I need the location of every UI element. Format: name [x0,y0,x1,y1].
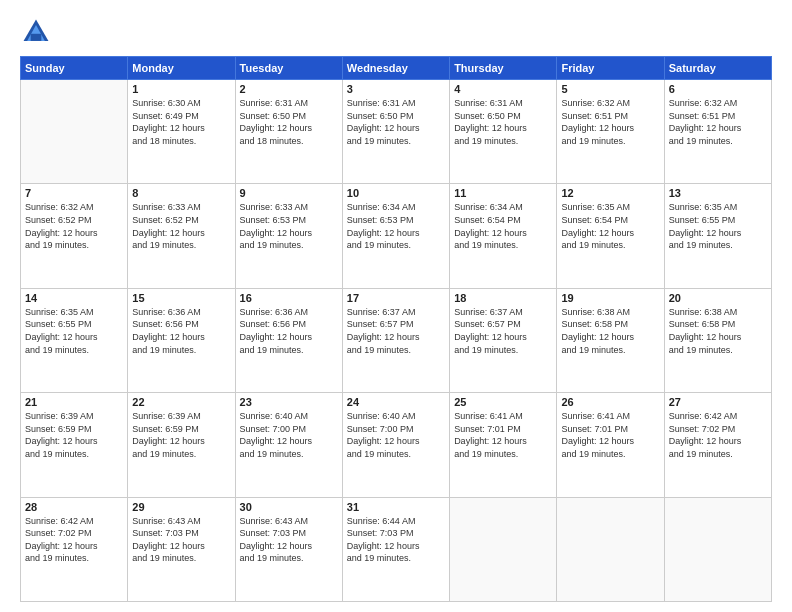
day-info: Sunrise: 6:34 AM Sunset: 6:54 PM Dayligh… [454,201,552,251]
calendar-header-row: SundayMondayTuesdayWednesdayThursdayFrid… [21,57,772,80]
calendar-week-row: 14Sunrise: 6:35 AM Sunset: 6:55 PM Dayli… [21,288,772,392]
calendar-cell: 13Sunrise: 6:35 AM Sunset: 6:55 PM Dayli… [664,184,771,288]
calendar-cell: 15Sunrise: 6:36 AM Sunset: 6:56 PM Dayli… [128,288,235,392]
calendar-cell: 9Sunrise: 6:33 AM Sunset: 6:53 PM Daylig… [235,184,342,288]
header [20,16,772,48]
day-number: 10 [347,187,445,199]
calendar-cell: 27Sunrise: 6:42 AM Sunset: 7:02 PM Dayli… [664,393,771,497]
day-number: 24 [347,396,445,408]
calendar-cell: 18Sunrise: 6:37 AM Sunset: 6:57 PM Dayli… [450,288,557,392]
day-number: 31 [347,501,445,513]
calendar-cell: 3Sunrise: 6:31 AM Sunset: 6:50 PM Daylig… [342,80,449,184]
logo-icon [20,16,52,48]
calendar-table: SundayMondayTuesdayWednesdayThursdayFrid… [20,56,772,602]
calendar-cell: 1Sunrise: 6:30 AM Sunset: 6:49 PM Daylig… [128,80,235,184]
day-number: 12 [561,187,659,199]
day-number: 21 [25,396,123,408]
day-number: 8 [132,187,230,199]
day-number: 30 [240,501,338,513]
day-number: 6 [669,83,767,95]
day-info: Sunrise: 6:39 AM Sunset: 6:59 PM Dayligh… [132,410,230,460]
calendar-cell: 24Sunrise: 6:40 AM Sunset: 7:00 PM Dayli… [342,393,449,497]
calendar-cell [557,497,664,601]
day-info: Sunrise: 6:38 AM Sunset: 6:58 PM Dayligh… [669,306,767,356]
day-number: 2 [240,83,338,95]
day-info: Sunrise: 6:43 AM Sunset: 7:03 PM Dayligh… [132,515,230,565]
day-number: 29 [132,501,230,513]
calendar-week-row: 28Sunrise: 6:42 AM Sunset: 7:02 PM Dayli… [21,497,772,601]
day-info: Sunrise: 6:37 AM Sunset: 6:57 PM Dayligh… [347,306,445,356]
day-info: Sunrise: 6:43 AM Sunset: 7:03 PM Dayligh… [240,515,338,565]
calendar-header-sunday: Sunday [21,57,128,80]
day-info: Sunrise: 6:33 AM Sunset: 6:53 PM Dayligh… [240,201,338,251]
day-info: Sunrise: 6:31 AM Sunset: 6:50 PM Dayligh… [454,97,552,147]
day-info: Sunrise: 6:35 AM Sunset: 6:55 PM Dayligh… [25,306,123,356]
day-info: Sunrise: 6:36 AM Sunset: 6:56 PM Dayligh… [132,306,230,356]
day-number: 13 [669,187,767,199]
day-info: Sunrise: 6:42 AM Sunset: 7:02 PM Dayligh… [25,515,123,565]
day-info: Sunrise: 6:32 AM Sunset: 6:52 PM Dayligh… [25,201,123,251]
day-info: Sunrise: 6:40 AM Sunset: 7:00 PM Dayligh… [347,410,445,460]
day-info: Sunrise: 6:33 AM Sunset: 6:52 PM Dayligh… [132,201,230,251]
calendar-header-saturday: Saturday [664,57,771,80]
day-info: Sunrise: 6:35 AM Sunset: 6:54 PM Dayligh… [561,201,659,251]
day-info: Sunrise: 6:42 AM Sunset: 7:02 PM Dayligh… [669,410,767,460]
day-info: Sunrise: 6:41 AM Sunset: 7:01 PM Dayligh… [454,410,552,460]
calendar-cell: 23Sunrise: 6:40 AM Sunset: 7:00 PM Dayli… [235,393,342,497]
day-info: Sunrise: 6:32 AM Sunset: 6:51 PM Dayligh… [561,97,659,147]
calendar-cell [450,497,557,601]
day-number: 7 [25,187,123,199]
calendar-cell: 29Sunrise: 6:43 AM Sunset: 7:03 PM Dayli… [128,497,235,601]
calendar-cell: 2Sunrise: 6:31 AM Sunset: 6:50 PM Daylig… [235,80,342,184]
day-info: Sunrise: 6:31 AM Sunset: 6:50 PM Dayligh… [347,97,445,147]
calendar-week-row: 1Sunrise: 6:30 AM Sunset: 6:49 PM Daylig… [21,80,772,184]
calendar-week-row: 7Sunrise: 6:32 AM Sunset: 6:52 PM Daylig… [21,184,772,288]
calendar-cell: 4Sunrise: 6:31 AM Sunset: 6:50 PM Daylig… [450,80,557,184]
calendar-cell: 7Sunrise: 6:32 AM Sunset: 6:52 PM Daylig… [21,184,128,288]
day-number: 4 [454,83,552,95]
svg-rect-2 [31,34,42,41]
calendar-cell [21,80,128,184]
calendar-cell: 25Sunrise: 6:41 AM Sunset: 7:01 PM Dayli… [450,393,557,497]
day-info: Sunrise: 6:36 AM Sunset: 6:56 PM Dayligh… [240,306,338,356]
day-number: 19 [561,292,659,304]
logo [20,16,56,48]
calendar-cell: 12Sunrise: 6:35 AM Sunset: 6:54 PM Dayli… [557,184,664,288]
day-number: 28 [25,501,123,513]
day-info: Sunrise: 6:31 AM Sunset: 6:50 PM Dayligh… [240,97,338,147]
day-number: 18 [454,292,552,304]
calendar-cell: 11Sunrise: 6:34 AM Sunset: 6:54 PM Dayli… [450,184,557,288]
calendar-cell: 28Sunrise: 6:42 AM Sunset: 7:02 PM Dayli… [21,497,128,601]
calendar-week-row: 21Sunrise: 6:39 AM Sunset: 6:59 PM Dayli… [21,393,772,497]
day-number: 15 [132,292,230,304]
day-info: Sunrise: 6:41 AM Sunset: 7:01 PM Dayligh… [561,410,659,460]
day-number: 16 [240,292,338,304]
calendar-cell: 19Sunrise: 6:38 AM Sunset: 6:58 PM Dayli… [557,288,664,392]
day-number: 9 [240,187,338,199]
page: SundayMondayTuesdayWednesdayThursdayFrid… [0,0,792,612]
calendar-cell: 26Sunrise: 6:41 AM Sunset: 7:01 PM Dayli… [557,393,664,497]
calendar-cell: 30Sunrise: 6:43 AM Sunset: 7:03 PM Dayli… [235,497,342,601]
calendar-cell [664,497,771,601]
calendar-cell: 22Sunrise: 6:39 AM Sunset: 6:59 PM Dayli… [128,393,235,497]
day-number: 11 [454,187,552,199]
calendar-header-wednesday: Wednesday [342,57,449,80]
day-info: Sunrise: 6:39 AM Sunset: 6:59 PM Dayligh… [25,410,123,460]
day-number: 20 [669,292,767,304]
calendar-header-thursday: Thursday [450,57,557,80]
day-number: 1 [132,83,230,95]
calendar-cell: 8Sunrise: 6:33 AM Sunset: 6:52 PM Daylig… [128,184,235,288]
calendar-cell: 21Sunrise: 6:39 AM Sunset: 6:59 PM Dayli… [21,393,128,497]
day-info: Sunrise: 6:37 AM Sunset: 6:57 PM Dayligh… [454,306,552,356]
day-number: 27 [669,396,767,408]
day-number: 26 [561,396,659,408]
calendar-cell: 10Sunrise: 6:34 AM Sunset: 6:53 PM Dayli… [342,184,449,288]
day-number: 14 [25,292,123,304]
day-info: Sunrise: 6:35 AM Sunset: 6:55 PM Dayligh… [669,201,767,251]
calendar-cell: 5Sunrise: 6:32 AM Sunset: 6:51 PM Daylig… [557,80,664,184]
calendar-cell: 6Sunrise: 6:32 AM Sunset: 6:51 PM Daylig… [664,80,771,184]
day-info: Sunrise: 6:40 AM Sunset: 7:00 PM Dayligh… [240,410,338,460]
day-number: 22 [132,396,230,408]
calendar-header-monday: Monday [128,57,235,80]
day-info: Sunrise: 6:30 AM Sunset: 6:49 PM Dayligh… [132,97,230,147]
